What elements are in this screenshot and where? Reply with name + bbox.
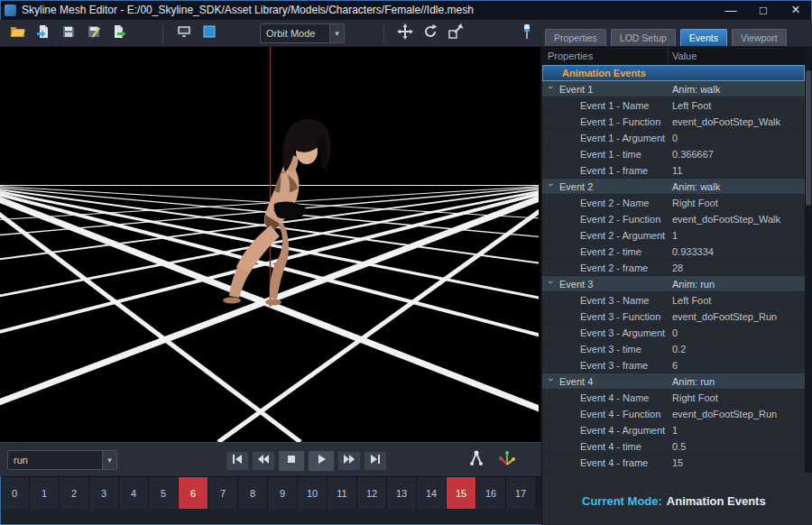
- event-property-row[interactable]: Event 3 - frame6: [542, 357, 805, 373]
- timeline-frame-13[interactable]: 13: [387, 477, 417, 509]
- event-property-row[interactable]: Event 2 - Functionevent_doFootStep_Walk: [542, 211, 805, 227]
- property-value: 0.2: [669, 344, 805, 355]
- event-property-row[interactable]: Event 2 - time0.933334: [542, 244, 805, 260]
- viewport-display-button[interactable]: [173, 23, 195, 43]
- status-bar: Current Mode:Animation Events: [542, 494, 812, 508]
- chevron-down-icon[interactable]: ›: [546, 281, 557, 288]
- scale-tool-button[interactable]: [445, 23, 466, 43]
- open-folder-button[interactable]: [7, 23, 29, 43]
- timeline-frame-7[interactable]: 7: [208, 477, 238, 509]
- timeline-frame-1[interactable]: 1: [30, 477, 60, 509]
- property-name: Event 2 - Argument: [580, 230, 665, 241]
- close-button[interactable]: ×: [780, 0, 812, 20]
- timeline-frame-2[interactable]: 2: [60, 477, 89, 509]
- timeline-frame-5[interactable]: 5: [149, 477, 179, 509]
- timeline-frame-3[interactable]: 3: [89, 477, 119, 509]
- window-title: Skyline Mesh Editor - E:/00_Skyline_SDK/…: [22, 4, 715, 16]
- chevron-down-icon[interactable]: ›: [546, 86, 557, 93]
- property-name: Event 3 - Function: [580, 311, 660, 322]
- property-value: 6: [669, 360, 805, 371]
- timeline-frame-11[interactable]: 11: [328, 477, 357, 509]
- event-group-row[interactable]: ›Event 1Anim: walk: [542, 81, 805, 97]
- column-value: Value: [669, 51, 812, 61]
- timeline-frame-17[interactable]: 17: [506, 477, 536, 509]
- tab-events[interactable]: Events: [680, 29, 727, 46]
- event-property-row[interactable]: Event 3 - time0.2: [542, 341, 805, 357]
- minimize-button[interactable]: —: [715, 0, 747, 20]
- skip-end-button[interactable]: [364, 451, 387, 471]
- tab-lod-setup[interactable]: LOD Setup: [611, 29, 676, 46]
- panel-scrollbar[interactable]: [805, 47, 812, 473]
- viewport-scene: [0, 47, 539, 442]
- maximize-button[interactable]: □: [747, 0, 780, 20]
- display-icon: [177, 25, 191, 42]
- chevron-down-icon[interactable]: ›: [546, 183, 557, 190]
- rotate-tool-button[interactable]: [420, 23, 441, 43]
- event-property-row[interactable]: Event 4 - NameRight Foot: [542, 390, 805, 406]
- event-property-row[interactable]: Event 3 - NameLeft Foot: [542, 292, 805, 309]
- event-property-row[interactable]: Event 3 - Functionevent_doFootStep_Run: [542, 309, 805, 325]
- event-property-row[interactable]: Event 4 - time0.5: [542, 438, 805, 455]
- property-name: Event 1: [559, 84, 593, 95]
- column-properties: Properties: [542, 47, 669, 65]
- timeline-frame-15[interactable]: 15: [447, 477, 476, 509]
- animation-events-header-row[interactable]: Animation Events: [542, 65, 805, 81]
- event-property-row[interactable]: Event 1 - time0.366667: [542, 146, 805, 162]
- timeline-frame-8[interactable]: 8: [238, 477, 268, 509]
- move-tool-button[interactable]: [394, 23, 416, 43]
- edit-mesh-button[interactable]: [83, 23, 105, 43]
- event-property-row[interactable]: Event 4 - Argument1: [542, 422, 805, 438]
- timeline-frame-9[interactable]: 9: [268, 477, 298, 509]
- fast-forward-button[interactable]: [337, 451, 361, 471]
- event-property-row[interactable]: Event 2 - NameRight Foot: [542, 195, 805, 211]
- event-group-row[interactable]: ›Event 4Anim: run: [542, 373, 805, 390]
- pin-icon: [520, 23, 534, 43]
- export-mesh-button[interactable]: [108, 23, 130, 43]
- timeline-frame-0[interactable]: 0: [0, 477, 30, 509]
- save-icon: [61, 24, 76, 42]
- rewind-button[interactable]: [252, 451, 275, 471]
- orbit-mode-value: Orbit Mode: [261, 28, 329, 39]
- tab-properties[interactable]: Properties: [545, 29, 606, 46]
- stop-button[interactable]: [278, 450, 305, 472]
- timeline-frame-16[interactable]: 16: [476, 477, 506, 509]
- event-property-row[interactable]: Event 2 - Argument1: [542, 227, 805, 244]
- property-name: Event 2 - Function: [580, 214, 660, 225]
- timeline-frame-4[interactable]: 4: [119, 477, 149, 509]
- event-property-row[interactable]: Event 2 - frame28: [542, 260, 805, 276]
- viewport-3d[interactable]: [0, 47, 541, 442]
- property-value: 11: [669, 165, 805, 176]
- timeline-frame-10[interactable]: 10: [298, 477, 328, 509]
- playback-bar: run ▾: [0, 442, 541, 476]
- import-mesh-button[interactable]: [32, 23, 54, 43]
- scrollbar-thumb[interactable]: [806, 70, 811, 206]
- timeline-frame-6[interactable]: 6: [179, 477, 208, 509]
- chevron-down-icon[interactable]: ›: [546, 378, 557, 385]
- event-property-row[interactable]: Event 1 - NameLeft Foot: [542, 97, 805, 114]
- event-property-row[interactable]: Event 3 - Argument0: [542, 325, 805, 341]
- event-property-row[interactable]: Event 1 - Argument0: [542, 130, 805, 146]
- background-color-button[interactable]: [198, 23, 220, 43]
- chevron-down-icon[interactable]: ▾: [329, 24, 344, 42]
- event-property-row[interactable]: Event 4 - frame15: [542, 455, 805, 471]
- event-property-row[interactable]: Event 4 - Functionevent_doFootStep_Run: [542, 406, 805, 422]
- tab-viewport[interactable]: Viewport: [732, 29, 787, 46]
- property-name: Event 4 - Function: [580, 409, 660, 419]
- axis-toggle-button[interactable]: [494, 448, 520, 472]
- play-button[interactable]: [308, 450, 335, 472]
- skeleton-toggle-button[interactable]: [464, 448, 489, 472]
- event-group-row[interactable]: ›Event 3Anim: run: [542, 276, 805, 292]
- move-arrows-icon: [397, 23, 413, 43]
- skip-start-button[interactable]: [226, 451, 249, 471]
- event-group-row[interactable]: ›Event 2Anim: walk: [542, 179, 805, 195]
- save-mesh-button[interactable]: [58, 23, 79, 43]
- event-property-row[interactable]: Event 1 - Functionevent_doFootStep_Walk: [542, 114, 805, 130]
- pin-button[interactable]: [516, 23, 538, 43]
- timeline-frame-14[interactable]: 14: [417, 477, 447, 509]
- property-name: Event 2 - Name: [580, 198, 649, 208]
- animation-select[interactable]: run ▾: [7, 450, 117, 470]
- chevron-down-icon[interactable]: ▾: [102, 451, 116, 469]
- event-property-row[interactable]: Event 1 - frame11: [542, 162, 805, 179]
- timeline-frame-12[interactable]: 12: [357, 477, 387, 509]
- orbit-mode-select[interactable]: Orbit Mode ▾: [260, 23, 345, 43]
